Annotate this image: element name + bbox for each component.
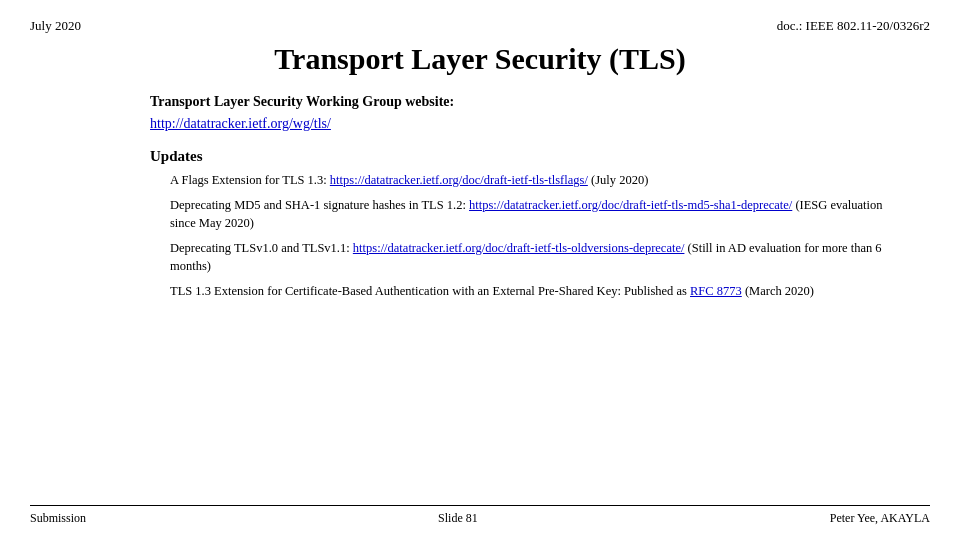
main-title: Transport Layer Security (TLS)	[30, 42, 930, 76]
updates-heading: Updates	[150, 148, 890, 165]
update-item-1-suffix: (July 2020)	[588, 173, 648, 187]
subtitle-link[interactable]: http://datatracker.ietf.org/wg/tls/	[150, 116, 890, 132]
list-item: A Flags Extension for TLS 1.3: https://d…	[150, 171, 890, 189]
list-item: Deprecating TLSv1.0 and TLSv1.1: https:/…	[150, 239, 890, 275]
update-item-1-prefix: A Flags Extension for TLS 1.3:	[170, 173, 330, 187]
update-item-1-link[interactable]: https://datatracker.ietf.org/doc/draft-i…	[330, 173, 588, 187]
slide-header: July 2020 doc.: IEEE 802.11-20/0326r2	[30, 18, 930, 34]
subtitle-block: Transport Layer Security Working Group w…	[150, 92, 890, 132]
update-item-4-prefix: TLS 1.3 Extension for Certificate-Based …	[170, 284, 690, 298]
footer-submission: Submission	[30, 511, 86, 526]
update-item-2-link[interactable]: https://datatracker.ietf.org/doc/draft-i…	[469, 198, 792, 212]
update-item-4-suffix: (March 2020)	[742, 284, 814, 298]
updates-section: Updates A Flags Extension for TLS 1.3: h…	[150, 148, 890, 301]
slide-footer: Submission Slide 81 Peter Yee, AKAYLA	[30, 505, 930, 526]
slide-container: July 2020 doc.: IEEE 802.11-20/0326r2 Tr…	[0, 0, 960, 540]
header-date: July 2020	[30, 18, 81, 34]
update-item-3-prefix: Deprecating TLSv1.0 and TLSv1.1:	[170, 241, 353, 255]
content-section: Transport Layer Security Working Group w…	[30, 92, 930, 505]
update-item-2-prefix: Deprecating MD5 and SHA-1 signature hash…	[170, 198, 469, 212]
subtitle-label: Transport Layer Security Working Group w…	[150, 92, 890, 112]
title-section: Transport Layer Security (TLS)	[30, 42, 930, 76]
header-doc-id: doc.: IEEE 802.11-20/0326r2	[777, 18, 930, 34]
footer-slide-number: Slide 81	[438, 511, 478, 526]
update-item-4-link[interactable]: RFC 8773	[690, 284, 742, 298]
list-item: TLS 1.3 Extension for Certificate-Based …	[150, 282, 890, 300]
update-item-3-link[interactable]: https://datatracker.ietf.org/doc/draft-i…	[353, 241, 685, 255]
list-item: Deprecating MD5 and SHA-1 signature hash…	[150, 196, 890, 232]
footer-author: Peter Yee, AKAYLA	[830, 511, 930, 526]
